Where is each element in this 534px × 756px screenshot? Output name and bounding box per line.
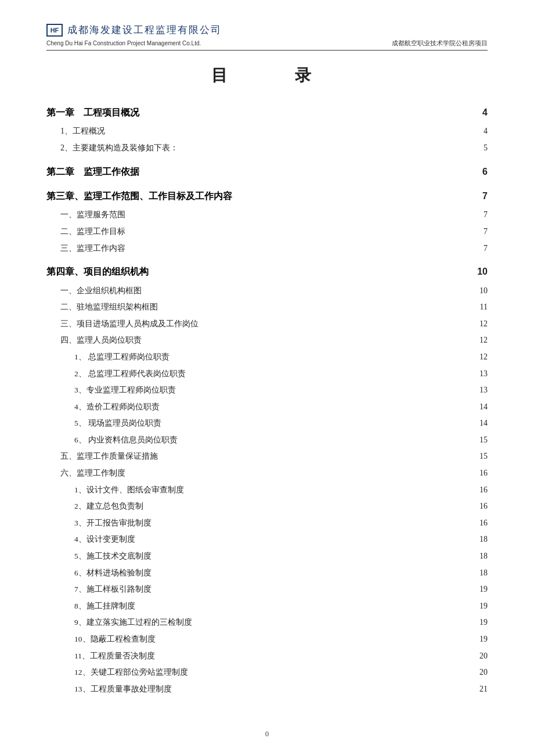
toc-item: 7、施工样板引路制度 19 — [46, 582, 488, 597]
toc-item-page: 18 — [469, 532, 488, 548]
toc-item-text: 6、材料进场检验制度 — [74, 566, 469, 581]
header-bottom: Cheng Du Hai Fa Construction Project Man… — [46, 39, 488, 51]
toc-item-page: 19 — [469, 599, 488, 614]
toc-item: 2、建立总包负责制 16 — [46, 499, 488, 514]
toc-item-page: 7 — [469, 207, 488, 223]
toc-item-text: 8、施工挂牌制度 — [74, 599, 469, 614]
toc-item-text: 1、工程概况 — [60, 124, 469, 139]
toc-item-text: 三、项目进场监理人员构成及工作岗位 — [60, 316, 469, 332]
toc-item-text: 二、监理工作目标 — [60, 224, 469, 240]
toc-item-text: 9、建立落实施工过程的三检制度 — [74, 615, 469, 630]
toc-item-text: 3、开工报告审批制度 — [74, 516, 469, 531]
toc-item: 8、施工挂牌制度 19 — [46, 599, 488, 614]
toc-item-text: 11、工程质量否决制度 — [74, 649, 469, 664]
toc-item: 六、监理工作制度 16 — [46, 466, 488, 481]
toc-item-text: 第四章、项目的组织机构 — [46, 263, 469, 280]
toc-item-page: 7 — [469, 188, 488, 205]
toc-item-text: 1、 总监理工程师岗位职责 — [74, 350, 469, 365]
toc-item-text: 4、设计变更制度 — [74, 532, 469, 547]
toc-item: 第四章、项目的组织机构 10 — [46, 263, 488, 280]
toc-item-text: 第二章 监理工作依据 — [46, 163, 469, 181]
toc-item-page: 13 — [469, 383, 488, 398]
toc-item-text: 二、驻地监理组织架构框图 — [60, 300, 469, 315]
toc-item-page: 6 — [469, 163, 488, 181]
toc-item-page: 7 — [469, 241, 488, 257]
toc-item-text: 四、监理人员岗位职责 — [60, 333, 469, 348]
toc-item-text: 5、施工技术交底制度 — [74, 549, 469, 564]
toc-item-page: 5 — [469, 141, 488, 156]
toc-item-page: 21 — [469, 682, 488, 697]
toc-item-page: 7 — [469, 224, 488, 240]
toc-item-text: 10、隐蔽工程检查制度 — [74, 632, 469, 647]
toc-item: 3、开工报告审批制度 16 — [46, 516, 488, 531]
toc-item: 五、监理工作质量保证措施 15 — [46, 449, 488, 465]
toc-item-text: 6、 内业资料信息员岗位职责 — [74, 433, 469, 448]
toc-item-page: 16 — [469, 499, 488, 514]
toc-item-text: 2、 总监理工程师代表岗位职责 — [74, 366, 469, 381]
toc-item-page: 12 — [469, 316, 488, 332]
toc-item: 1、工程概况 4 — [46, 124, 488, 139]
toc-item-page: 15 — [469, 449, 488, 465]
toc-item-page: 16 — [469, 483, 488, 498]
toc-item-text: 2、建立总包负责制 — [74, 499, 469, 514]
toc-item: 6、 内业资料信息员岗位职责 15 — [46, 433, 488, 448]
toc-item: 一、企业组织机构框图 10 — [46, 283, 488, 299]
doc-title: 目 录 — [46, 64, 488, 87]
header: HF 成都海发建设工程监理有限公司 Cheng Du Hai Fa Constr… — [46, 23, 488, 51]
toc-item: 3、专业监理工程师岗位职责 13 — [46, 383, 488, 398]
toc-item-page: 19 — [469, 615, 488, 631]
toc-item-page: 18 — [469, 549, 488, 564]
toc-item-text: 12、关键工程部位旁站监理制度 — [74, 665, 469, 680]
toc-item-text: 7、施工样板引路制度 — [74, 582, 469, 597]
toc-item: 12、关键工程部位旁站监理制度 20 — [46, 665, 488, 681]
page-number: 0 — [0, 729, 534, 739]
company-name-en: Cheng Du Hai Fa Construction Project Man… — [46, 40, 201, 46]
toc-item: 2、主要建筑构造及装修如下表： 5 — [46, 141, 488, 156]
toc-item-text: 一、企业组织机构框图 — [60, 283, 469, 299]
header-top: HF 成都海发建设工程监理有限公司 — [46, 23, 488, 37]
document-page: HF 成都海发建设工程监理有限公司 Cheng Du Hai Fa Constr… — [0, 0, 534, 756]
toc-item-text: 第一章 工程项目概况 — [46, 104, 469, 121]
toc-item: 第二章 监理工作依据 6 — [46, 163, 488, 181]
toc-item-page: 16 — [469, 466, 488, 481]
toc-item: 4、造价工程师岗位职责 14 — [46, 399, 488, 415]
toc-item: 10、隐蔽工程检查制度 19 — [46, 632, 488, 647]
toc-item: 二、监理工作目标 7 — [46, 224, 488, 240]
toc-item-text: 第三章、监理工作范围、工作目标及工作内容 — [46, 188, 469, 205]
toc-item: 1、设计文件、图纸会审查制度 16 — [46, 483, 488, 498]
toc-item: 5、施工技术交底制度 18 — [46, 549, 488, 564]
toc-item: 13、工程质量事故处理制度 21 — [46, 682, 488, 697]
table-of-contents: 第一章 工程项目概况 4 1、工程概况 4 2、主要建筑构造及装修如下表： 5 … — [46, 104, 488, 697]
toc-item-page: 15 — [469, 433, 488, 448]
toc-item: 二、驻地监理组织架构框图 11 — [46, 300, 488, 315]
toc-item-page: 13 — [469, 366, 488, 382]
toc-item-page: 14 — [469, 416, 488, 431]
toc-item-page: 20 — [469, 649, 488, 664]
toc-item-text: 六、监理工作制度 — [60, 466, 469, 481]
toc-item: 第一章 工程项目概况 4 — [46, 104, 488, 121]
toc-item: 9、建立落实施工过程的三检制度 19 — [46, 615, 488, 631]
toc-item-page: 10 — [469, 283, 488, 299]
toc-item: 2、 总监理工程师代表岗位职责 13 — [46, 366, 488, 382]
toc-item-text: 13、工程质量事故处理制度 — [74, 682, 469, 697]
toc-item-page: 20 — [469, 665, 488, 681]
toc-item-page: 18 — [469, 566, 488, 581]
toc-item: 一、监理服务范围 7 — [46, 207, 488, 223]
toc-item: 6、材料进场检验制度 18 — [46, 566, 488, 581]
toc-item: 1、 总监理工程师岗位职责 12 — [46, 350, 488, 365]
toc-item-page: 10 — [469, 263, 488, 280]
toc-item: 四、监理人员岗位职责 12 — [46, 333, 488, 348]
toc-item-text: 1、设计文件、图纸会审查制度 — [74, 483, 469, 498]
toc-item: 4、设计变更制度 18 — [46, 532, 488, 548]
toc-item: 第三章、监理工作范围、工作目标及工作内容 7 — [46, 188, 488, 205]
toc-item-text: 5、 现场监理员岗位职责 — [74, 416, 469, 431]
project-name: 成都航空职业技术学院公租房项目 — [392, 39, 488, 48]
toc-item: 5、 现场监理员岗位职责 14 — [46, 416, 488, 431]
toc-item-page: 19 — [469, 582, 488, 597]
toc-item-text: 3、专业监理工程师岗位职责 — [74, 383, 469, 398]
toc-item: 11、工程质量否决制度 20 — [46, 649, 488, 664]
toc-item: 三、监理工作内容 7 — [46, 241, 488, 257]
toc-item-page: 12 — [469, 333, 488, 348]
toc-item-page: 12 — [469, 350, 488, 365]
toc-item-page: 11 — [469, 300, 488, 315]
